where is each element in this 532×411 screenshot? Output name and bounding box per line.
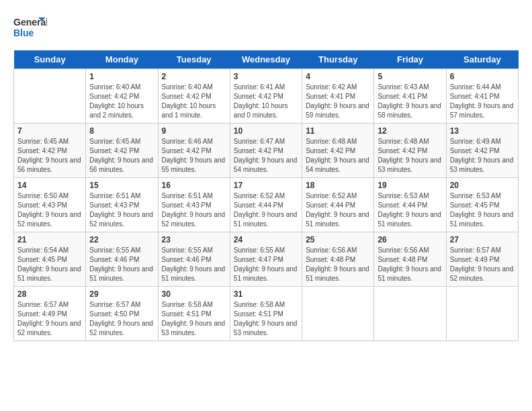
day-number: 1 (89, 72, 154, 81)
day-number: 5 (378, 72, 442, 81)
day-number: 4 (306, 72, 370, 81)
calendar-cell: 30Sunrise: 6:58 AM Sunset: 4:51 PM Dayli… (158, 287, 230, 341)
day-number: 6 (450, 72, 515, 81)
day-number: 26 (378, 235, 442, 244)
calendar-cell: 21Sunrise: 6:54 AM Sunset: 4:45 PM Dayli… (14, 232, 86, 287)
cell-content: Sunrise: 6:44 AM Sunset: 4:41 PM Dayligh… (450, 83, 515, 120)
day-number: 27 (450, 235, 515, 244)
day-number: 16 (162, 181, 226, 190)
calendar-cell: 19Sunrise: 6:53 AM Sunset: 4:44 PM Dayli… (374, 178, 446, 232)
calendar-cell: 7Sunrise: 6:45 AM Sunset: 4:42 PM Daylig… (14, 124, 86, 178)
week-row-4: 21Sunrise: 6:54 AM Sunset: 4:45 PM Dayli… (14, 232, 519, 287)
day-number: 22 (89, 235, 154, 244)
calendar-cell: 11Sunrise: 6:48 AM Sunset: 4:42 PM Dayli… (302, 124, 374, 178)
day-number: 10 (234, 126, 298, 136)
cell-content: Sunrise: 6:51 AM Sunset: 4:43 PM Dayligh… (89, 191, 154, 229)
day-number: 14 (17, 181, 82, 190)
cell-content: Sunrise: 6:58 AM Sunset: 4:51 PM Dayligh… (162, 300, 226, 338)
calendar-cell: 27Sunrise: 6:57 AM Sunset: 4:49 PM Dayli… (446, 232, 518, 287)
calendar-cell: 5Sunrise: 6:43 AM Sunset: 4:41 PM Daylig… (374, 69, 446, 124)
calendar-cell: 18Sunrise: 6:52 AM Sunset: 4:44 PM Dayli… (302, 178, 374, 232)
cell-content: Sunrise: 6:52 AM Sunset: 4:44 PM Dayligh… (234, 191, 298, 229)
cell-content: Sunrise: 6:47 AM Sunset: 4:42 PM Dayligh… (234, 137, 298, 175)
week-row-1: 1Sunrise: 6:40 AM Sunset: 4:42 PM Daylig… (14, 69, 519, 124)
day-number: 30 (162, 289, 226, 299)
calendar-cell: 14Sunrise: 6:50 AM Sunset: 4:43 PM Dayli… (14, 178, 86, 232)
calendar-cell (14, 69, 86, 124)
cell-content: Sunrise: 6:53 AM Sunset: 4:44 PM Dayligh… (378, 191, 442, 229)
day-number: 21 (17, 235, 82, 244)
week-row-2: 7Sunrise: 6:45 AM Sunset: 4:42 PM Daylig… (14, 124, 519, 178)
svg-text:Blue: Blue (13, 28, 34, 38)
calendar-cell: 1Sunrise: 6:40 AM Sunset: 4:42 PM Daylig… (86, 69, 158, 124)
calendar-cell: 3Sunrise: 6:41 AM Sunset: 4:42 PM Daylig… (230, 69, 302, 124)
header-day-wednesday: Wednesday (230, 50, 302, 69)
header-day-monday: Monday (86, 50, 158, 69)
calendar-cell: 20Sunrise: 6:53 AM Sunset: 4:45 PM Dayli… (446, 178, 518, 232)
header-day-friday: Friday (374, 50, 446, 69)
calendar-cell: 25Sunrise: 6:56 AM Sunset: 4:48 PM Dayli… (302, 232, 374, 287)
header-day-thursday: Thursday (302, 50, 374, 69)
calendar-cell: 17Sunrise: 6:52 AM Sunset: 4:44 PM Dayli… (230, 178, 302, 232)
logo: GeneralBlue (13, 13, 47, 44)
day-number: 17 (234, 181, 298, 190)
day-number: 11 (306, 126, 370, 136)
calendar-cell: 9Sunrise: 6:46 AM Sunset: 4:42 PM Daylig… (158, 124, 230, 178)
cell-content: Sunrise: 6:55 AM Sunset: 4:46 PM Dayligh… (162, 246, 226, 283)
cell-content: Sunrise: 6:45 AM Sunset: 4:42 PM Dayligh… (17, 137, 82, 175)
cell-content: Sunrise: 6:48 AM Sunset: 4:42 PM Dayligh… (306, 137, 370, 175)
header-row: SundayMondayTuesdayWednesdayThursdayFrid… (14, 50, 519, 69)
cell-content: Sunrise: 6:48 AM Sunset: 4:42 PM Dayligh… (378, 137, 442, 175)
cell-content: Sunrise: 6:42 AM Sunset: 4:41 PM Dayligh… (306, 83, 370, 120)
week-row-5: 28Sunrise: 6:57 AM Sunset: 4:49 PM Dayli… (14, 287, 519, 341)
cell-content: Sunrise: 6:57 AM Sunset: 4:49 PM Dayligh… (450, 246, 515, 283)
header-day-tuesday: Tuesday (158, 50, 230, 69)
day-number: 9 (162, 126, 226, 136)
day-number: 15 (89, 181, 154, 190)
day-number: 7 (17, 126, 82, 136)
calendar-cell: 10Sunrise: 6:47 AM Sunset: 4:42 PM Dayli… (230, 124, 302, 178)
cell-content: Sunrise: 6:56 AM Sunset: 4:48 PM Dayligh… (306, 246, 370, 283)
cell-content: Sunrise: 6:50 AM Sunset: 4:43 PM Dayligh… (17, 191, 82, 229)
day-number: 12 (378, 126, 442, 136)
week-row-3: 14Sunrise: 6:50 AM Sunset: 4:43 PM Dayli… (14, 178, 519, 232)
page-header: GeneralBlue (13, 13, 519, 44)
calendar-cell: 28Sunrise: 6:57 AM Sunset: 4:49 PM Dayli… (14, 287, 86, 341)
calendar-cell: 16Sunrise: 6:51 AM Sunset: 4:43 PM Dayli… (158, 178, 230, 232)
calendar-cell: 23Sunrise: 6:55 AM Sunset: 4:46 PM Dayli… (158, 232, 230, 287)
cell-content: Sunrise: 6:51 AM Sunset: 4:43 PM Dayligh… (162, 191, 226, 229)
cell-content: Sunrise: 6:55 AM Sunset: 4:46 PM Dayligh… (89, 246, 154, 283)
calendar-cell: 6Sunrise: 6:44 AM Sunset: 4:41 PM Daylig… (446, 69, 518, 124)
header-day-sunday: Sunday (14, 50, 86, 69)
calendar-cell: 2Sunrise: 6:40 AM Sunset: 4:42 PM Daylig… (158, 69, 230, 124)
day-number: 24 (234, 235, 298, 244)
calendar-table: SundayMondayTuesdayWednesdayThursdayFrid… (13, 50, 519, 341)
cell-content: Sunrise: 6:46 AM Sunset: 4:42 PM Dayligh… (162, 137, 226, 175)
cell-content: Sunrise: 6:49 AM Sunset: 4:42 PM Dayligh… (450, 137, 515, 175)
day-number: 28 (17, 289, 82, 299)
calendar-cell: 15Sunrise: 6:51 AM Sunset: 4:43 PM Dayli… (86, 178, 158, 232)
day-number: 19 (378, 181, 442, 190)
calendar-cell: 26Sunrise: 6:56 AM Sunset: 4:48 PM Dayli… (374, 232, 446, 287)
day-number: 23 (162, 235, 226, 244)
cell-content: Sunrise: 6:54 AM Sunset: 4:45 PM Dayligh… (17, 246, 82, 283)
logo-svg: GeneralBlue (13, 13, 47, 44)
day-number: 13 (450, 126, 515, 136)
cell-content: Sunrise: 6:57 AM Sunset: 4:49 PM Dayligh… (17, 300, 82, 338)
cell-content: Sunrise: 6:57 AM Sunset: 4:50 PM Dayligh… (89, 300, 154, 338)
cell-content: Sunrise: 6:41 AM Sunset: 4:42 PM Dayligh… (234, 83, 298, 120)
cell-content: Sunrise: 6:40 AM Sunset: 4:42 PM Dayligh… (162, 83, 226, 120)
day-number: 2 (162, 72, 226, 81)
calendar-cell: 12Sunrise: 6:48 AM Sunset: 4:42 PM Dayli… (374, 124, 446, 178)
calendar-cell (374, 287, 446, 341)
calendar-cell: 4Sunrise: 6:42 AM Sunset: 4:41 PM Daylig… (302, 69, 374, 124)
cell-content: Sunrise: 6:58 AM Sunset: 4:51 PM Dayligh… (234, 300, 298, 338)
day-number: 20 (450, 181, 515, 190)
cell-content: Sunrise: 6:40 AM Sunset: 4:42 PM Dayligh… (89, 83, 154, 120)
cell-content: Sunrise: 6:55 AM Sunset: 4:47 PM Dayligh… (234, 246, 298, 283)
calendar-cell: 8Sunrise: 6:45 AM Sunset: 4:42 PM Daylig… (86, 124, 158, 178)
calendar-cell: 29Sunrise: 6:57 AM Sunset: 4:50 PM Dayli… (86, 287, 158, 341)
cell-content: Sunrise: 6:52 AM Sunset: 4:44 PM Dayligh… (306, 191, 370, 229)
cell-content: Sunrise: 6:43 AM Sunset: 4:41 PM Dayligh… (378, 83, 442, 120)
day-number: 8 (89, 126, 154, 136)
